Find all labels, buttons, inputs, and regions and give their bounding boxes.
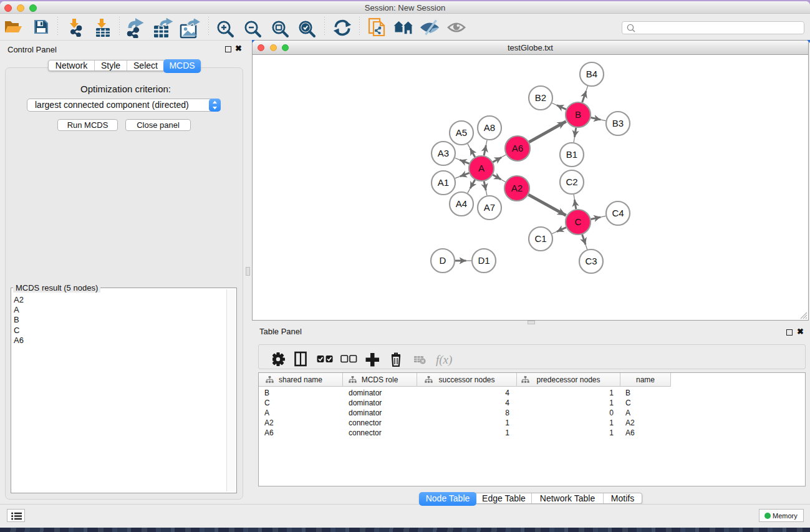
svg-text:B1: B1 (566, 149, 577, 160)
svg-text:f(x): f(x) (436, 353, 452, 367)
svg-text:B: B (575, 109, 581, 120)
svg-text:A2: A2 (511, 183, 523, 193)
svg-text:C: C (575, 216, 582, 227)
svg-text:C1: C1 (534, 233, 546, 244)
svg-text:A: A (478, 163, 485, 173)
svg-text:C2: C2 (566, 177, 577, 187)
svg-text:D1: D1 (478, 255, 489, 266)
svg-text:B2: B2 (535, 92, 546, 103)
svg-text:A5: A5 (456, 127, 467, 138)
svg-text:C3: C3 (585, 256, 597, 266)
svg-text:A8: A8 (484, 122, 495, 133)
svg-text:B4: B4 (586, 69, 597, 79)
svg-text:A1: A1 (438, 177, 449, 188)
svg-text:A7: A7 (484, 202, 495, 213)
svg-text:A6: A6 (512, 143, 523, 153)
svg-text:B3: B3 (612, 118, 624, 128)
svg-text:A3: A3 (438, 148, 449, 158)
svg-text:D: D (440, 255, 446, 266)
svg-text:A4: A4 (456, 198, 467, 209)
svg-text:C4: C4 (612, 208, 624, 218)
